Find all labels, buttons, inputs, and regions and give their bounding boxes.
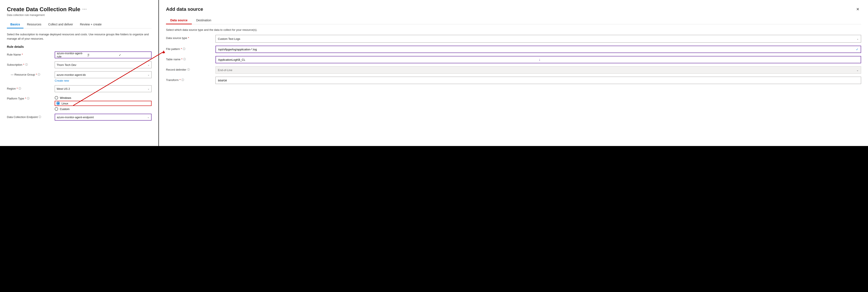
datasource-type-label: Data source type * xyxy=(166,35,216,40)
left-panel: Create Data Collection Rule ··· Data col… xyxy=(0,0,158,146)
radio-custom[interactable]: Custom xyxy=(55,107,152,111)
region-label: Region * ⓘ xyxy=(7,85,52,90)
rule-name-control: azure-monitor-agent-rule ⡿ ✓ xyxy=(55,52,152,58)
platform-type-radio-group: Windows Linux Custom xyxy=(55,95,152,111)
chevron-down-icon: ⌄ xyxy=(148,87,150,90)
rule-name-label: Rule Name * xyxy=(7,52,52,56)
endpoint-dropdown[interactable]: azure-monitor-agent-endpoint ⌄ xyxy=(55,114,152,121)
datasource-type-control: Custom Text Logs ⌄ xyxy=(216,35,861,42)
chevron-down-icon: ⌄ xyxy=(857,68,859,72)
rule-name-input[interactable]: azure-monitor-agent-rule ⡿ ✓ xyxy=(55,52,152,58)
table-name-check-icon: ↓ xyxy=(539,58,859,62)
radio-linux-indicator xyxy=(56,101,60,105)
subscription-label: Subscription * ⓘ xyxy=(7,61,52,66)
subscription-dropdown[interactable]: Thorn Tech Dev ⌄ xyxy=(55,61,152,68)
resource-group-row: — Resource Group * ⓘ azure-monitor-agent… xyxy=(7,71,152,82)
radio-custom-indicator xyxy=(55,107,58,111)
chevron-down-icon: ⌄ xyxy=(147,116,149,119)
panel-tab-datasource[interactable]: Data source xyxy=(166,17,192,24)
datasource-type-dropdown[interactable]: Custom Text Logs ⌄ xyxy=(216,35,861,42)
panel-tab-destination[interactable]: Destination xyxy=(192,17,216,24)
endpoint-info-icon[interactable]: ⓘ xyxy=(38,115,41,119)
tab-review-create[interactable]: Review + create xyxy=(76,21,105,28)
resource-group-info-icon[interactable]: ⓘ xyxy=(38,73,40,77)
datasource-type-row: Data source type * Custom Text Logs ⌄ xyxy=(166,35,861,42)
tab-collect-deliver[interactable]: Collect and deliver xyxy=(45,21,76,28)
region-info-icon[interactable]: ⓘ xyxy=(19,87,21,90)
check-icon: ✓ xyxy=(119,53,149,57)
page-subtitle: Data collection rule management xyxy=(7,13,152,17)
page-title-text: Create Data Collection Rule xyxy=(7,6,80,13)
transform-control: source xyxy=(216,77,861,84)
panel-header: Add data source ✕ xyxy=(166,6,861,12)
chevron-down-icon: ⌄ xyxy=(857,37,859,40)
region-dropdown[interactable]: West US 2 ⌄ xyxy=(55,85,152,92)
description-text: Select the subscription to manage deploy… xyxy=(7,32,149,41)
rule-name-row: Rule Name * azure-monitor-agent-rule ⡿ ✓ xyxy=(7,52,152,58)
resource-group-dropdown[interactable]: azure-monitor-agent-kb ⌄ xyxy=(55,71,152,78)
file-pattern-row: File pattern * ⓘ /opt/sftpgw/log/applica… xyxy=(166,46,861,53)
record-delimiter-control: End-of-Line ⌄ xyxy=(216,66,861,74)
platform-type-control: Windows Linux Custom xyxy=(55,95,152,111)
table-name-info-icon[interactable]: ⓘ xyxy=(183,58,186,61)
panel-title: Add data source xyxy=(166,6,203,12)
transform-input[interactable]: source xyxy=(216,77,861,84)
chevron-down-icon: ⌄ xyxy=(148,63,150,66)
file-pattern-label: File pattern * ⓘ xyxy=(166,46,216,51)
subscription-info-icon[interactable]: ⓘ xyxy=(25,63,28,66)
transform-row: Transform * ⓘ source xyxy=(166,77,861,84)
platform-type-info-icon[interactable]: ⓘ xyxy=(27,97,30,100)
section-title: Rule details xyxy=(7,45,152,49)
panel-description: Select which data source type and the da… xyxy=(166,28,861,31)
file-pattern-info-icon[interactable]: ⓘ xyxy=(183,47,185,51)
platform-type-label: Platform Type * ⓘ xyxy=(7,95,52,100)
endpoint-control: azure-monitor-agent-endpoint ⌄ xyxy=(55,114,152,121)
transform-info-icon[interactable]: ⓘ xyxy=(182,78,184,82)
table-name-control: ApplicationLogKB_CL ↓ xyxy=(216,56,861,63)
panel-tabs: Data source Destination xyxy=(166,17,861,24)
file-pattern-control: /opt/sftpgw/log/application-*.log ✓ xyxy=(216,46,861,53)
table-name-input[interactable]: ApplicationLogKB_CL ↓ xyxy=(216,56,861,63)
record-delimiter-dropdown[interactable]: End-of-Line ⌄ xyxy=(216,66,861,74)
file-pattern-check-icon: ✓ xyxy=(856,48,859,51)
bars-icon[interactable]: ⡿ xyxy=(87,53,118,57)
platform-type-row: Platform Type * ⓘ Windows Linux xyxy=(7,95,152,111)
endpoint-row: Data Collection Endpoint ⓘ azure-monitor… xyxy=(7,114,152,121)
file-pattern-input[interactable]: /opt/sftpgw/log/application-*.log ✓ xyxy=(216,46,861,53)
resource-group-label: — Resource Group * ⓘ xyxy=(7,71,52,77)
tabs-bar: Basics Resources Collect and deliver Rev… xyxy=(7,21,152,28)
tab-basics[interactable]: Basics xyxy=(7,21,24,28)
page-title: Create Data Collection Rule ··· xyxy=(7,6,87,13)
table-name-label: Table name * ⓘ xyxy=(166,56,216,61)
radio-linux[interactable]: Linux xyxy=(55,101,152,106)
radio-windows[interactable]: Windows xyxy=(55,96,152,99)
region-control: West US 2 ⌄ xyxy=(55,85,152,92)
radio-windows-indicator xyxy=(55,96,58,99)
right-panel: Add data source ✕ Data source Destinatio… xyxy=(159,0,868,146)
table-name-row: Table name * ⓘ ApplicationLogKB_CL ↓ xyxy=(166,56,861,63)
title-ellipsis[interactable]: ··· xyxy=(83,7,87,11)
record-delimiter-label: Record delimiter ⓘ xyxy=(166,66,216,71)
region-row: Region * ⓘ West US 2 ⌄ xyxy=(7,85,152,92)
endpoint-label: Data Collection Endpoint ⓘ xyxy=(7,114,52,119)
subscription-row: Subscription * ⓘ Thorn Tech Dev ⌄ xyxy=(7,61,152,68)
tab-resources[interactable]: Resources xyxy=(24,21,45,28)
chevron-down-icon: ⌄ xyxy=(148,73,150,76)
record-delimiter-info-icon[interactable]: ⓘ xyxy=(187,68,190,71)
transform-label: Transform * ⓘ xyxy=(166,77,216,82)
subscription-control: Thorn Tech Dev ⌄ xyxy=(55,61,152,68)
record-delimiter-row: Record delimiter ⓘ End-of-Line ⌄ xyxy=(166,66,861,74)
resource-group-control: azure-monitor-agent-kb ⌄ Create new xyxy=(55,71,152,82)
close-button[interactable]: ✕ xyxy=(855,6,861,12)
create-new-link[interactable]: Create new xyxy=(55,79,152,82)
